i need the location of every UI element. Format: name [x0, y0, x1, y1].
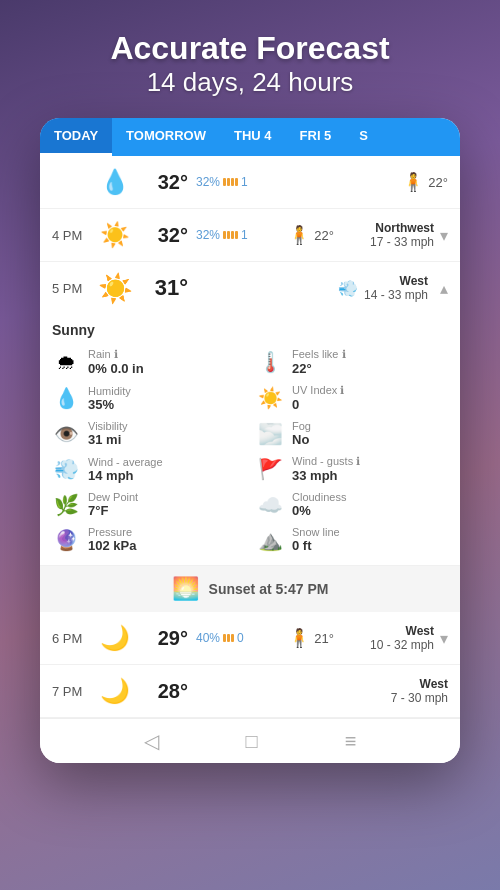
humidity-label: Humidity — [88, 385, 131, 397]
expanded-desc: Sunny — [52, 322, 448, 338]
hour-label-4pm: 4 PM — [52, 228, 97, 243]
hour-icon-6pm: 🌙 — [97, 620, 133, 656]
tab-today[interactable]: TODAY — [40, 118, 112, 156]
hour-label-6pm: 6 PM — [52, 631, 97, 646]
detail-feels: 🌡️ Feels like ℹ 22° — [256, 348, 448, 376]
fog-label: Fog — [292, 420, 311, 432]
tab-s[interactable]: S — [345, 118, 382, 156]
wind-dir-7pm: West — [358, 677, 448, 691]
feels-value: 22° — [292, 361, 346, 376]
visibility-value: 31 mi — [88, 432, 128, 447]
detail-grid: 🌧 Rain ℹ 0% 0.0 in 🌡️ Feels like ℹ 22° — [52, 348, 448, 553]
visibility-icon: 👁️ — [52, 422, 80, 446]
tab-tomorrow[interactable]: TOMORROW — [112, 118, 220, 156]
rain-pct-4pm: 32% — [196, 228, 220, 242]
hour-label-7pm: 7 PM — [52, 684, 97, 699]
detail-visibility: 👁️ Visibility 31 mi — [52, 420, 244, 447]
expanded-5pm: Sunny 🌧 Rain ℹ 0% 0.0 in 🌡️ Feels like ℹ… — [40, 310, 460, 566]
rain-icon: 🌧 — [52, 351, 80, 374]
sunset-text: Sunset at 5:47 PM — [209, 581, 329, 597]
rain-drops-top — [223, 178, 238, 186]
bottom-nav: ◁ □ ≡ — [40, 718, 460, 763]
detail-rain: 🌧 Rain ℹ 0% 0.0 in — [52, 348, 244, 376]
rain-drop-3 — [231, 178, 234, 186]
snow-value: 0 ft — [292, 538, 340, 553]
feels-label: Feels like ℹ — [292, 348, 346, 361]
hour-rain-top: 32% 1 — [196, 175, 251, 189]
rain-wind-6pm: 0 — [237, 631, 244, 645]
cloud-icon: ☁️ — [256, 493, 284, 517]
dew-label: Dew Point — [88, 491, 138, 503]
wind-avg-label: Wind - average — [88, 456, 163, 468]
cloud-label: Cloudiness — [292, 491, 346, 503]
hour-wind-5pm: West 14 - 33 mph — [364, 274, 428, 302]
humidity-value: 35% — [88, 397, 131, 412]
hour-temp-6pm: 29° — [133, 627, 188, 650]
chevron-4pm[interactable]: ▾ — [440, 226, 448, 245]
rain-pct-6pm: 40% — [196, 631, 220, 645]
pressure-icon: 🔮 — [52, 528, 80, 552]
hour-temp-5pm: 31° — [133, 275, 188, 301]
wind-avg-icon: 💨 — [52, 457, 80, 481]
detail-pressure: 🔮 Pressure 102 kPa — [52, 526, 244, 553]
rain-drops-4pm — [223, 231, 238, 239]
detail-snow: ⛰️ Snow line 0 ft — [256, 526, 448, 553]
hour-row-top[interactable]: 💧 32° 32% 1 🧍 22° — [40, 156, 460, 209]
detail-wind-avg: 💨 Wind - average 14 mph — [52, 455, 244, 483]
sunset-icon: 🌅 — [172, 576, 199, 602]
wind-gusts-label: Wind - gusts ℹ — [292, 455, 360, 468]
hour-temp-4pm: 32° — [133, 224, 188, 247]
wind-avg-value: 14 mph — [88, 468, 163, 483]
hour-temp-7pm: 28° — [133, 680, 188, 703]
nav-back[interactable]: ◁ — [144, 729, 159, 753]
hero-subtitle: 14 days, 24 hours — [110, 67, 389, 98]
rd-1 — [223, 231, 226, 239]
hour-row-5pm[interactable]: 5 PM ☀️ 31° 💨 West 14 - 33 mph ▴ — [40, 262, 460, 310]
fog-value: No — [292, 432, 311, 447]
humidity-icon: 💧 — [52, 386, 80, 410]
rd-6-3 — [231, 634, 234, 642]
wind-gusts-icon: 🚩 — [256, 457, 284, 481]
rd-6-1 — [223, 634, 226, 642]
snow-label: Snow line — [292, 526, 340, 538]
hour-row-7pm[interactable]: 7 PM 🌙 28° West 7 - 30 mph — [40, 665, 460, 718]
wind-dir-5pm: West — [364, 274, 428, 288]
hour-icon-5pm: ☀️ — [97, 270, 133, 306]
hour-label-5pm: 5 PM — [52, 281, 97, 296]
hour-wind-4pm: Northwest 17 - 33 mph — [344, 221, 434, 249]
dew-value: 7°F — [88, 503, 138, 518]
uv-icon: ☀️ — [256, 386, 284, 410]
wind-speed-4pm: 17 - 33 mph — [344, 235, 434, 249]
rain-drops-6pm — [223, 634, 234, 642]
detail-wind-gusts: 🚩 Wind - gusts ℹ 33 mph — [256, 455, 448, 483]
hour-row-6pm[interactable]: 6 PM 🌙 29° 40% 0 🧍 21° West 10 - 32 mph — [40, 612, 460, 665]
chevron-5pm[interactable]: ▴ — [440, 279, 448, 298]
tab-thu4[interactable]: THU 4 — [220, 118, 286, 156]
rain-pct-top: 32% — [196, 175, 220, 189]
visibility-label: Visibility — [88, 420, 128, 432]
rain-wind-4pm: 1 — [241, 228, 248, 242]
hour-wind-7pm: West 7 - 30 mph — [358, 677, 448, 705]
feels-icon: 🌡️ — [256, 350, 284, 374]
detail-dew: 🌿 Dew Point 7°F — [52, 491, 244, 518]
pressure-label: Pressure — [88, 526, 136, 538]
hour-icon-7pm: 🌙 — [97, 673, 133, 709]
nav-home[interactable]: □ — [246, 730, 258, 753]
fog-icon: 🌫️ — [256, 422, 284, 446]
cloud-value: 0% — [292, 503, 346, 518]
rd-3 — [231, 231, 234, 239]
rain-wind-top: 1 — [241, 175, 248, 189]
rain-label: Rain ℹ — [88, 348, 144, 361]
rd-4 — [235, 231, 238, 239]
rain-value: 0% 0.0 in — [88, 361, 144, 376]
detail-uv: ☀️ UV Index ℹ 0 — [256, 384, 448, 412]
wind-speed-5pm: 14 - 33 mph — [364, 288, 428, 302]
tab-fri5[interactable]: FRI 5 — [286, 118, 346, 156]
detail-fog: 🌫️ Fog No — [256, 420, 448, 447]
wind-dir-6pm: West — [344, 624, 434, 638]
hero-title: Accurate Forecast — [110, 30, 389, 67]
hero-section: Accurate Forecast 14 days, 24 hours — [110, 0, 389, 118]
nav-menu[interactable]: ≡ — [345, 730, 357, 753]
hour-row-4pm[interactable]: 4 PM ☀️ 32° 32% 1 🧍 22° Northwest 17 - 3… — [40, 209, 460, 262]
chevron-6pm[interactable]: ▾ — [440, 629, 448, 648]
